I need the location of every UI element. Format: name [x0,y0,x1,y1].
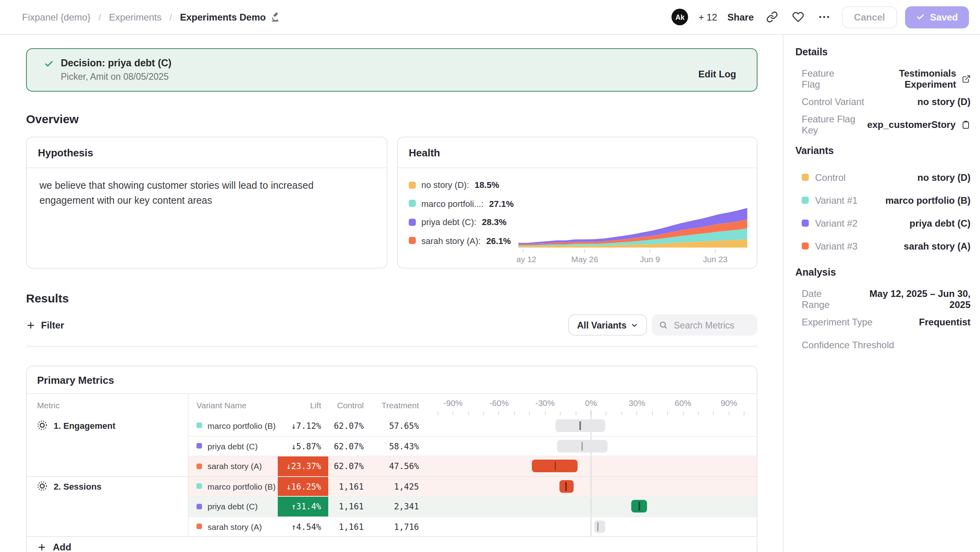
ci-plot [430,477,752,496]
external-link-icon[interactable] [962,74,971,83]
x-tick-label: Jun 9 [640,255,660,264]
ci-plot-cell [424,516,757,536]
treatment-value: 57.65% [389,421,419,430]
col-lift: Lift [278,394,328,415]
search-icon [659,320,668,330]
table-row[interactable]: priya debt (C)↑31.4%1,1612,341 [27,496,757,516]
breadcrumb-separator: / [98,11,101,23]
table-row[interactable]: sarah story (A)↓23.37%62.07%47.56% [27,456,757,476]
metric-target-icon [37,421,47,431]
copy-icon[interactable] [961,120,971,129]
variant-swatch [802,197,809,204]
treatment-cell: 57.65% [371,415,424,436]
axis-tick [514,411,515,415]
variant-name: priya debt (C) [208,441,258,451]
variant-swatch [196,443,202,449]
legend-item: priya debt (C): 28.3% [409,217,516,227]
more-menu-button[interactable] [816,9,832,25]
variant-slot: Variant #3 [815,240,858,252]
variant-value: sarah story (A) [904,240,971,252]
axis-tick [483,411,484,415]
results-toolbar: Filter All Variants [26,314,757,336]
point-estimate-marker [639,502,640,511]
health-legend: no story (D): 18.5%marco portfoli...: 27… [398,168,516,268]
details-section-title: Details [795,47,971,58]
axis-tick [499,411,499,415]
analysis-section-title: Analysis [795,267,971,278]
treatment-value: 58.43% [389,441,419,451]
variant-name: marco portfolio (B) [208,482,276,491]
lift-value: ↓16.25% [286,482,321,491]
cancel-button[interactable]: Cancel [842,6,897,28]
check-icon [44,59,54,69]
variant-filter-dropdown[interactable]: All Variants [569,314,647,336]
plus-icon [26,320,36,330]
share-button[interactable]: Share [728,11,754,23]
axis-tick [591,411,591,415]
variant-cell: sarah story (A) [189,516,278,536]
ellipsis-icon [818,11,830,23]
link-icon [766,11,778,23]
table-row[interactable]: 1. Engagementmarco portfolio (B)↓7.12%62… [27,415,757,436]
chevron-down-icon [630,321,638,329]
zero-line [591,456,591,476]
variant-value: priya debt (C) [909,218,971,229]
add-filter-button[interactable]: Filter [26,319,64,330]
legend-item: no story (D): 18.5% [409,180,516,190]
treatment-cell: 1,425 [371,476,424,496]
health-card: Health no story (D): 18.5%marco portfoli… [397,137,757,268]
axis-tick [529,411,530,415]
edit-log-button[interactable]: Edit Log [698,69,736,80]
point-estimate-marker [582,442,583,451]
control-cell: 62.07% [328,415,371,436]
hypothesis-body: we believe that showing customer stories… [27,168,383,218]
details-sidebar: Details Feature Flag Testimonials Experi… [783,35,980,552]
microscope-icon [270,12,280,22]
copy-link-button[interactable] [764,9,780,25]
collaborators-count[interactable]: + 12 [698,11,717,23]
table-row[interactable]: 2. Sessionsmarco portfolio (B)↓16.25%1,1… [27,476,757,496]
metric-cell [27,496,189,516]
saved-label: Saved [930,11,958,23]
feature-flag-value[interactable]: Testimonials Experiment [852,68,956,90]
axis-tick [667,411,668,415]
zero-line [591,497,591,516]
control-variant-label: Control Variant [802,96,864,107]
axis-tick [437,411,438,415]
legend-label: marco portfoli...: [421,199,484,208]
table-row[interactable]: priya debt (C)↓5.87%62.07%58.43% [27,436,757,456]
breadcrumb-experiments[interactable]: Experiments [109,11,161,23]
breadcrumb-project[interactable]: Fixpanel {demo} [22,11,90,23]
lift-cell: ↑4.54% [278,516,328,536]
variant-value: marco portfolio (B) [885,195,971,206]
variants-section-title: Variants [795,145,971,156]
axis-label: -90% [443,398,463,407]
treatment-cell: 1,716 [371,516,424,536]
search-metrics-input[interactable] [672,319,750,330]
add-metric-button[interactable]: Add [27,536,757,552]
saved-button[interactable]: Saved [905,6,969,28]
point-estimate-marker [565,482,567,491]
heart-icon [792,11,804,23]
variant-swatch [802,220,809,227]
health-chart: May 12May 26Jun 9Jun 23 [516,168,757,268]
variant-filter-value: All Variants [577,320,627,330]
axis-tick [606,411,607,415]
filter-label: Filter [41,319,64,330]
control-value: 62.07% [334,441,364,451]
control-cell: 1,161 [328,476,371,496]
avatar[interactable]: Ak [671,9,688,25]
axis-tick [698,411,699,415]
legend-value: 18.5% [475,180,499,190]
favorite-button[interactable] [790,9,806,25]
x-tick-label: May 12 [516,255,537,264]
page-title: Experiments Demo [180,11,266,23]
date-range-label: Date Range [802,288,850,310]
table-row[interactable]: sarah story (A)↑4.54%1,1611,716 [27,516,757,536]
variant-slot: Variant #2 [815,218,858,229]
legend-value: 28.3% [482,217,506,227]
ci-plot [430,497,752,516]
control-value: 62.07% [334,462,364,471]
lift-cell: ↓7.12% [278,415,328,436]
legend-swatch [409,218,416,225]
